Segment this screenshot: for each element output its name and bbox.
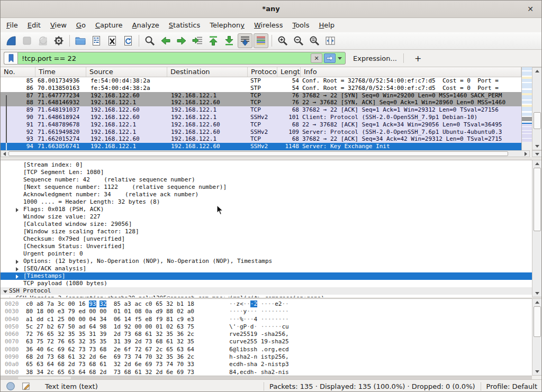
packet-row-86[interactable]: 8670.013850163fe:54:00:d4:38:2aSTP54Conf…: [1, 85, 521, 92]
scroll-thumb[interactable]: [8, 151, 508, 156]
detail-row[interactable]: Checksum: 0x79ed [unverified]: [1, 235, 532, 243]
go-first-button[interactable]: [206, 33, 221, 48]
detail-row[interactable]: Sequence number: 42 (relative sequence n…: [1, 176, 532, 184]
filter-dropdown-button[interactable]: [336, 53, 344, 63]
detail-row[interactable]: 1000 .... = Header Length: 32 bytes (8): [1, 198, 532, 206]
scroll-down-button[interactable]: [532, 368, 542, 375]
status-profile[interactable]: Profile: Default: [486, 382, 537, 390]
hex-row[interactable]: 00b038 34 2c 65 63 64 68 2d 73 68 61 32 …: [1, 369, 532, 376]
display-filter-input[interactable]: [22, 54, 309, 62]
scroll-up-button[interactable]: [532, 160, 542, 167]
hex-row[interactable]: 003080 18 00 e3 79 ed 00 00 01 01 08 0a …: [1, 308, 532, 315]
detail-row[interactable]: [Checksum Status: Unverified]: [1, 243, 532, 250]
go-last-button[interactable]: [222, 33, 237, 48]
packet-row-91[interactable]: 9171.648789678192.168.122.1192.168.122.6…: [1, 121, 521, 129]
packet-list-hscrollbar[interactable]: [1, 150, 530, 157]
filter-bookmark-button[interactable]: [4, 52, 17, 65]
expander-icon[interactable]: [16, 260, 19, 264]
detail-row[interactable]: Window size value: 227: [1, 213, 532, 221]
detail-row[interactable]: Urgent pointer: 0: [1, 250, 532, 258]
go-forward-button[interactable]: [174, 33, 189, 48]
column-header-length[interactable]: Length: [277, 67, 301, 77]
hex-row[interactable]: 009068 2d 73 68 61 32 2d 6e 69 73 74 70 …: [1, 353, 532, 361]
packet-list-minimap[interactable]: [521, 67, 532, 150]
menu-item-analyze[interactable]: Analyze: [128, 19, 164, 31]
menu-item-edit[interactable]: Edit: [23, 19, 46, 31]
detail-row[interactable]: TCP payload (1080 bytes): [1, 280, 532, 287]
hex-row[interactable]: 006072 76 65 32 35 35 31 39 2d 73 68 61 …: [1, 331, 532, 338]
scroll-right-button[interactable]: [522, 151, 529, 157]
restart-capture-button[interactable]: [35, 33, 50, 48]
detail-row[interactable]: [Stream index: 0]: [1, 161, 532, 169]
save-file-button[interactable]: [89, 33, 104, 48]
scroll-up-button[interactable]: [532, 299, 542, 306]
hex-row[interactable]: 0020c0 a8 7a 3c 00 16 93 32 85 a3 ac c0 …: [1, 300, 532, 308]
menu-item-tools[interactable]: Tools: [287, 19, 314, 31]
menu-item-statistics[interactable]: Statistics: [164, 19, 205, 31]
find-packet-button[interactable]: [142, 33, 157, 48]
hex-row[interactable]: 008036 40 6c 69 62 73 73 68 2e 6f 72 67 …: [1, 346, 532, 353]
packet-list-vscrollbar[interactable]: [532, 67, 542, 150]
detail-row[interactable]: [Calculated window size: 29056]: [1, 221, 532, 228]
bytes-hscrollbar[interactable]: [1, 376, 532, 379]
hex-row[interactable]: 00505c 27 b2 67 50 ad 64 98 1d 92 00 00 …: [1, 323, 532, 331]
detail-row[interactable]: Acknowledgment number: 34 (relative ack …: [1, 191, 532, 198]
display-filter-field[interactable]: ✕: [17, 52, 346, 65]
stop-capture-button[interactable]: [20, 33, 34, 48]
packet-row-90[interactable]: 9071.648618924192.168.122.60192.168.122.…: [1, 114, 521, 121]
packet-row-85[interactable]: 8568.001734936fe:54:00:d4:38:2aSTP54Conf…: [1, 77, 521, 85]
menu-item-wireless[interactable]: Wireless: [249, 19, 287, 31]
colorize-button[interactable]: [254, 33, 268, 48]
menu-item-help[interactable]: Help: [314, 19, 339, 31]
filter-apply-button[interactable]: [324, 53, 336, 63]
title-bar[interactable]: *any ✕: [1, 1, 541, 18]
scroll-thumb[interactable]: [534, 168, 541, 231]
menu-item-file[interactable]: File: [2, 19, 23, 31]
detail-row[interactable]: Flags: 0x018 (PSH, ACK): [1, 206, 532, 213]
column-header-time[interactable]: Time: [35, 67, 86, 77]
zoom-in-button[interactable]: [275, 33, 290, 48]
scroll-down-button[interactable]: [532, 290, 542, 297]
zoom-out-button[interactable]: [291, 33, 306, 48]
reload-file-button[interactable]: [121, 33, 136, 48]
detail-row[interactable]: [Next sequence number: 1122 (relative se…: [1, 184, 532, 191]
detail-row[interactable]: [Timestamps]: [1, 272, 532, 280]
hex-row[interactable]: 00a065 63 64 68 2d 73 68 61 32 2d 6e 69 …: [1, 361, 532, 368]
zoom-reset-button[interactable]: [307, 33, 322, 48]
packet-row-87[interactable]: 8771.647777234192.168.122.60192.168.122.…: [1, 92, 521, 99]
bytes-vscrollbar[interactable]: [532, 298, 542, 376]
column-header-no[interactable]: No.: [1, 67, 35, 77]
menu-item-go[interactable]: Go: [71, 19, 91, 31]
filter-clear-button[interactable]: ✕: [311, 53, 322, 63]
expert-info-button[interactable]: [5, 381, 16, 391]
start-capture-button[interactable]: [4, 33, 19, 48]
expander-icon[interactable]: [16, 275, 19, 279]
go-back-button[interactable]: [158, 33, 173, 48]
expression-button[interactable]: Expression...: [353, 54, 397, 62]
detail-row[interactable]: [SEQ/ACK analysis]: [1, 265, 532, 272]
expander-icon[interactable]: [16, 267, 19, 271]
add-filter-button[interactable]: +: [409, 53, 427, 63]
packet-row-93[interactable]: 9371.662015274192.168.122.60192.168.122.…: [1, 135, 521, 143]
go-to-packet-button[interactable]: [190, 33, 205, 48]
column-header-destination[interactable]: Destination: [167, 67, 248, 77]
capture-options-button[interactable]: [51, 33, 66, 48]
column-header-source[interactable]: Source: [86, 67, 167, 77]
close-file-button[interactable]: [105, 33, 120, 48]
expander-icon[interactable]: [3, 290, 7, 293]
auto-scroll-button[interactable]: [238, 33, 252, 48]
details-vscrollbar[interactable]: [532, 160, 542, 297]
scroll-left-button[interactable]: [1, 151, 8, 157]
detail-row[interactable]: SSH Protocol: [1, 287, 532, 295]
detail-row[interactable]: [Window size scaling factor: 128]: [1, 228, 532, 235]
capture-comment-button[interactable]: [21, 381, 32, 391]
detail-row[interactable]: [TCP Segment Len: 1080]: [1, 169, 532, 176]
open-file-button[interactable]: [73, 33, 88, 48]
resize-columns-button[interactable]: [323, 33, 338, 48]
packet-row-92[interactable]: 9271.661949820192.168.122.1192.168.122.6…: [1, 129, 521, 136]
scroll-up-button[interactable]: [532, 68, 542, 75]
detail-row[interactable]: Options: (12 bytes), No-Operation (NOP),…: [1, 258, 532, 265]
scroll-thumb[interactable]: [534, 306, 541, 337]
column-header-protocol[interactable]: Protocol: [248, 67, 277, 77]
menu-item-view[interactable]: View: [46, 19, 71, 31]
